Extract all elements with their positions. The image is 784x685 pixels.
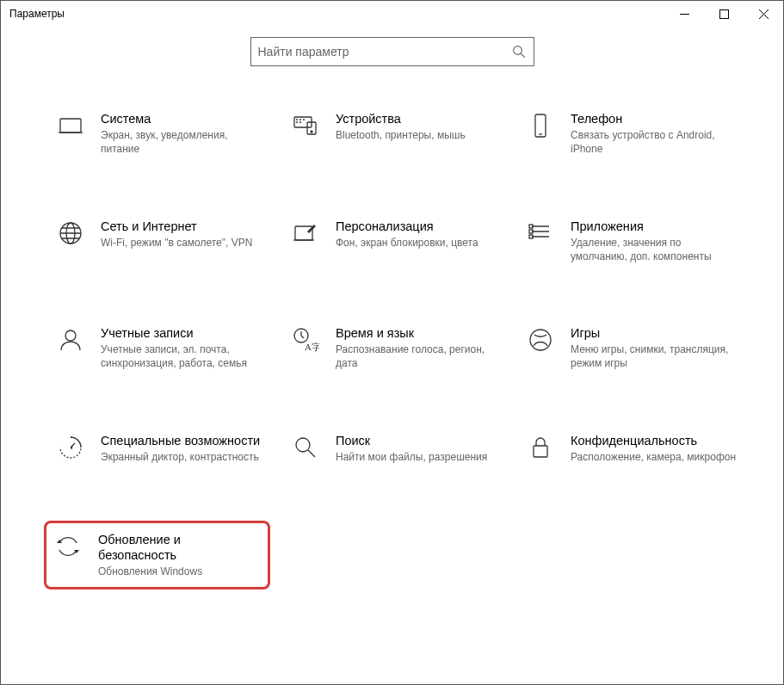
ease-icon (56, 433, 85, 462)
tile-desc: Учетные записи, эл. почта, синхронизация… (101, 342, 267, 370)
tile-desc: Расположение, камера, микрофон (571, 450, 736, 464)
tile-title: Специальные возможности (101, 433, 260, 448)
tile-title: Учетные записи (101, 325, 267, 341)
svg-rect-19 (534, 446, 547, 457)
window-controls (664, 1, 783, 27)
tile-title: Устройства (336, 111, 466, 127)
search-icon (511, 44, 527, 59)
search-box[interactable] (250, 37, 534, 66)
globe-icon (56, 219, 85, 248)
titlebar: Параметры (1, 1, 783, 27)
time-language-icon: A字 (291, 325, 320, 355)
tile-title: Игры (571, 325, 737, 341)
maximize-button[interactable] (704, 1, 744, 27)
tile-desc: Bluetooth, принтеры, мышь (336, 128, 466, 142)
tile-time-language[interactable]: A字 Время и язык Распознавание голоса, ре… (287, 320, 505, 376)
tile-desc: Связать устройство с Android, iPhone (571, 128, 737, 156)
tile-gaming[interactable]: Игры Меню игры, снимки, трансляция, режи… (522, 320, 740, 376)
tile-accounts[interactable]: Учетные записи Учетные записи, эл. почта… (52, 320, 270, 376)
settings-grid: Система Экран, звук, уведомления, питани… (52, 106, 740, 589)
xbox-icon (526, 325, 555, 355)
system-icon (56, 111, 85, 140)
lock-icon (526, 433, 555, 462)
tile-search[interactable]: Поиск Найти мои файлы, разрешения (287, 428, 505, 469)
tile-title: Сеть и Интернет (101, 219, 252, 234)
svg-point-16 (530, 330, 551, 350)
svg-rect-2 (60, 119, 81, 133)
svg-rect-10 (529, 225, 533, 228)
minimize-button[interactable] (664, 1, 704, 27)
tile-title: Система (101, 111, 267, 127)
settings-window: Параметры (0, 0, 784, 685)
tile-title: Приложения (571, 219, 737, 234)
tile-title: Телефон (571, 111, 737, 127)
tile-title: Персонализация (336, 219, 478, 234)
tile-ease-of-access[interactable]: Специальные возможности Экранный диктор,… (52, 428, 270, 469)
svg-point-18 (296, 438, 310, 452)
tile-title: Конфиденциальность (571, 433, 736, 448)
svg-point-5 (311, 131, 312, 133)
svg-point-13 (65, 330, 76, 341)
magnifier-icon (291, 433, 320, 462)
tile-desc: Меню игры, снимки, трансляция, режим игр… (571, 342, 737, 370)
content: Система Экран, звук, уведомления, питани… (1, 71, 783, 684)
tile-desc: Удаление, значения по умолчанию, доп. ко… (571, 236, 737, 263)
tile-update-security[interactable]: Обновление и безопасность Обновления Win… (44, 521, 270, 589)
tile-title: Обновление и безопасность (98, 532, 261, 563)
tile-desc: Экран, звук, уведомления, питание (101, 128, 267, 156)
close-button[interactable] (744, 1, 783, 27)
apps-icon (526, 219, 555, 248)
search-input[interactable] (258, 45, 511, 59)
svg-rect-9 (295, 226, 312, 240)
tile-title: Время и язык (336, 325, 502, 341)
tile-desc: Распознавание голоса, регион, дата (336, 342, 502, 370)
tile-desc: Wi-Fi, режим "в самолете", VPN (101, 236, 252, 250)
tile-desc: Фон, экран блокировки, цвета (336, 236, 478, 250)
tile-phone[interactable]: Телефон Связать устройство с Android, iP… (522, 106, 740, 162)
devices-icon (291, 111, 320, 140)
window-title: Параметры (9, 8, 65, 20)
tile-desc: Найти мои файлы, разрешения (336, 450, 487, 464)
tile-title: Поиск (336, 433, 487, 448)
tile-privacy[interactable]: Конфиденциальность Расположение, камера,… (522, 428, 740, 469)
svg-rect-11 (529, 230, 533, 233)
tile-devices[interactable]: Устройства Bluetooth, принтеры, мышь (287, 106, 505, 162)
tile-network[interactable]: Сеть и Интернет Wi-Fi, режим "в самолете… (52, 213, 270, 269)
svg-point-1 (513, 46, 522, 55)
svg-rect-0 (719, 9, 728, 18)
tile-apps[interactable]: Приложения Удаление, значения по умолчан… (522, 213, 740, 269)
svg-rect-6 (535, 114, 546, 137)
tile-personalization[interactable]: Персонализация Фон, экран блокировки, цв… (287, 213, 505, 269)
phone-icon (526, 111, 555, 140)
tile-desc: Обновления Windows (98, 565, 261, 578)
tile-desc: Экранный диктор, контрастность (101, 450, 260, 464)
paint-icon (291, 219, 320, 248)
update-icon (53, 532, 83, 561)
tile-system[interactable]: Система Экран, звук, уведомления, питани… (52, 106, 270, 162)
person-icon (56, 325, 85, 355)
svg-text:A字: A字 (305, 342, 319, 352)
svg-rect-12 (529, 235, 533, 238)
search-row (1, 27, 783, 71)
